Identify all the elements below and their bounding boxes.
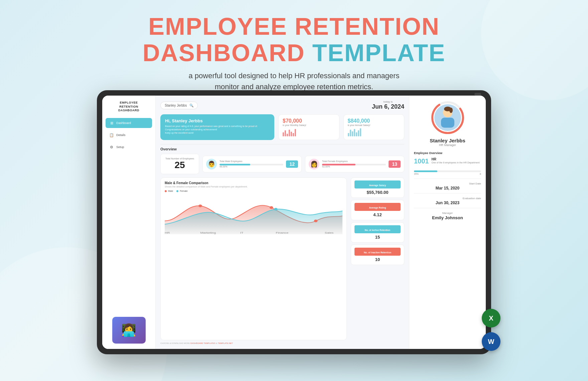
date-value: Jun 6, 2024 [372,103,404,110]
right-panel: Stanley Jerbbs HR Manager Employee Overv… [409,96,486,349]
date-display: today is Jun 6, 2024 [372,100,404,110]
word-badge[interactable]: W [482,332,500,351]
legend-male-dot [165,190,167,192]
manager-label: Manager [414,212,481,215]
sidebar-label-setup: Setup [116,145,124,149]
male-label: Total Male Employees [219,160,283,162]
tablet-footer: CHOOSE & DOWNLOAD MORE DASHBOARD TEMPLAT… [160,340,404,344]
female-employees-card: 👩 Total Female Employees 52.00% 13 [305,156,404,172]
metric-value-inactive: 10 [354,257,401,262]
chart-svg: HR Marketing IT Finance Sales [165,194,342,234]
manager-section: Manager Emily Johnson [414,212,481,220]
male-point1 [198,205,202,207]
excel-badge[interactable]: X [482,309,500,328]
start-date-value: Mar 15, 2020 [414,186,481,190]
female-count-badge: 13 [389,160,401,168]
dept-percent: 35% [414,173,419,175]
female-avatar: 👩 [309,159,319,169]
sidebar-item-details[interactable]: 📋 Details [106,130,152,140]
total-employees-card: Total Number of Employees 25 [160,154,199,174]
dept-info: One of the 8 employees in the HR Departm… [432,161,480,164]
dept-progress-labels: 35% 8 [414,173,481,175]
legend-female: Female [176,190,187,192]
search-value: Stanley Jerbbs [165,104,187,107]
male-employees-card: 👨 Total Male Employees 48.00% 12 [202,156,302,172]
sidebar-nav: ⊞ Dashboard 📋 Details ⚙ Setup [106,118,152,152]
x-label-finance: Finance [276,231,289,234]
metric-label-inactive: No. of Inactive Retention [364,251,391,254]
male-point3 [314,220,318,222]
female-percent: 52.00% [322,165,386,168]
metric-value-active: 15 [354,235,401,240]
sidebar-illustration: 👩‍💻 [112,317,146,344]
chart-title: Male & Female Comparison [165,181,342,185]
manager-name: Emily Johnson [414,215,481,220]
metric-card-inactive: No. of Inactive Retention 10 [351,245,404,265]
title-part2: DASHBOARD [143,39,305,66]
eval-date-label: Evaluation date [414,197,481,200]
x-label-sales: Sales [325,231,334,234]
sidebar-label-details: Details [116,133,126,137]
setup-icon: ⚙ [109,144,114,150]
dept-progress-container [414,170,481,172]
tablet-container: EMPLOYEERETENTIONDASHBOARD ⊞ Dashboard 📋… [97,90,491,354]
search-box[interactable]: Stanley Jerbbs 🔍 [160,102,198,109]
sidebar-item-dashboard[interactable]: ⊞ Dashboard [106,118,152,128]
profile-avatar-ring [431,101,464,134]
total-employees-label: Total Number of Employees [165,157,194,160]
welcome-row: Hi, Stanley Jerbbs Based on your rating … [160,114,404,140]
legend-male: Male [165,190,173,192]
dept-name: HR [432,157,480,161]
x-label-hr: HR [165,231,170,234]
metrics-section: Average Salary $55,760.00 Average Rating… [351,177,404,340]
top-bar: Stanley Jerbbs 🔍 today is Jun 6, 2024 [160,100,404,110]
x-label-it: IT [240,231,244,234]
emp-dept-row: 1001 HR One of the 8 employees in the HR… [414,157,481,165]
male-percent: 48.00% [219,165,283,168]
eval-date-value: Jun 30, 2023 [414,201,481,205]
svg-rect-3 [441,118,454,128]
male-avatar: 👨 [206,159,217,169]
sidebar-item-setup[interactable]: ⚙ Setup [106,142,152,152]
monthly-mini-chart [283,128,335,136]
annual-salary-label: is your Annual Salary! [348,124,400,126]
dept-total: 8 [480,173,481,175]
metric-value-rating: 4.12 [354,212,401,217]
annual-mini-chart [348,128,400,136]
chart-legend: Male Female [165,190,342,192]
dept-progress-bar [414,170,437,172]
dept-progress: 35% 8 [414,169,481,175]
monthly-salary-value: $70,000 [283,118,335,124]
main-content: Stanley Jerbbs 🔍 today is Jun 6, 2024 Hi… [156,96,409,349]
legend-female-dot [176,190,178,192]
overview-title: Overview [160,147,404,151]
metric-value-salary: $55,760.00 [354,190,401,195]
divider-profile [414,178,481,179]
x-label-marketing: Marketing [200,231,216,234]
metric-label-salary: Average Salary [369,184,386,186]
monthly-salary-label: is your Monthly Salary! [283,124,335,126]
female-point1 [274,208,278,211]
metric-label-rating: Average Rating [369,207,386,209]
excel-icon: X [489,314,493,322]
male-point2 [270,206,273,209]
profile-section: Stanley Jerbbs HR Manager [414,101,481,147]
start-date-row: Start Date Mar 15, 2020 [414,182,481,190]
eval-date-row: Evaluation date Jun 30, 2023 [414,197,481,205]
metric-label-active: No. of Active Retention [365,229,391,231]
sidebar-title: EMPLOYEERETENTIONDASHBOARD [118,101,139,113]
title-part3: TEMPLATE [312,39,446,66]
bottom-row: Male & Female Comparison Shows the detai… [160,177,404,340]
profile-name: Stanley Jerbbs [430,138,465,143]
sidebar: EMPLOYEERETENTIONDASHBOARD ⊞ Dashboard 📋… [102,96,156,349]
profile-role: HR Manager [439,143,456,147]
dashboard-icon: ⊞ [109,120,114,126]
welcome-text: Based on your rating of 4.6, your perfor… [165,125,270,134]
female-info: Total Female Employees 52.00% [322,160,386,168]
welcome-greeting: Hi, Stanley Jerbbs [165,118,270,123]
dept-number: 1001 [414,157,429,165]
title-part1: EMPLOYEE RETENTION [148,13,440,40]
sidebar-bottom: 👩‍💻 [112,317,146,344]
tablet-screen: EMPLOYEERETENTIONDASHBOARD ⊞ Dashboard 📋… [102,96,486,349]
male-count-badge: 12 [286,160,298,168]
